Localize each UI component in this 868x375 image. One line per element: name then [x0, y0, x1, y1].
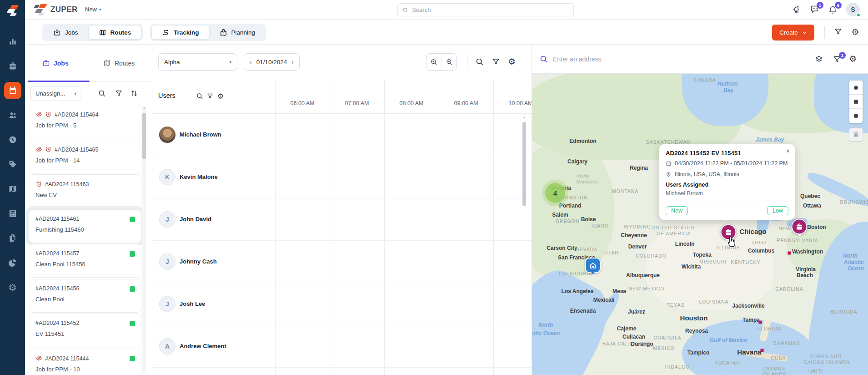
global-search[interactable]	[397, 3, 574, 16]
tab-jobs[interactable]: Jobs	[43, 25, 88, 40]
scroll-up-arrow-icon[interactable]: ▲	[142, 106, 146, 110]
jobs-panel-tab-routes[interactable]: Routes	[103, 59, 135, 67]
sidebar-item-locations[interactable]	[4, 180, 21, 198]
sidebar-item-jobs[interactable]	[4, 57, 21, 75]
sidebar-item-documents[interactable]	[4, 229, 21, 247]
priority-badge: Low	[767, 206, 788, 215]
chat-button[interactable]: 1	[810, 5, 820, 15]
map-label: Houston	[680, 314, 708, 322]
calculator-icon	[8, 209, 17, 218]
sidebar-item-settings[interactable]: ⚙	[4, 279, 21, 296]
sidebar-item-dispatch-board[interactable]	[4, 82, 21, 99]
job-card[interactable]: #AD2024 115456Clean Pool	[29, 279, 141, 313]
job-card[interactable]: #AD2024 115452EV 115451	[29, 314, 141, 347]
tab-routes[interactable]: Routes	[88, 25, 142, 40]
tab-tracking[interactable]: Tracking	[151, 25, 210, 40]
gear-icon: ⚙	[217, 92, 224, 100]
draw-circle-button[interactable]	[849, 109, 863, 123]
sidebar-item-timesheets[interactable]	[4, 131, 21, 148]
job-card[interactable]: #AD2024 115461Furnishing 115460	[29, 209, 141, 243]
announcements-button[interactable]	[792, 5, 802, 15]
map-filter-button[interactable]: 1	[833, 55, 843, 65]
workspace-switcher[interactable]: New ▾	[85, 6, 101, 13]
job-marker[interactable]	[792, 219, 808, 235]
map-cluster-marker[interactable]: 4	[545, 183, 565, 203]
job-card[interactable]: #AD2024 115465Job for PPM - 14	[29, 140, 141, 173]
sidebar-item-reports[interactable]	[4, 254, 21, 271]
user-avatar: J	[159, 296, 176, 312]
clock-icon	[8, 135, 17, 144]
sidebar-item-invoicing[interactable]	[4, 205, 21, 222]
home-marker[interactable]	[585, 258, 601, 273]
assignment-filter-select[interactable]: Unassign... ▾	[30, 86, 81, 101]
jobs-search-button[interactable]	[98, 89, 107, 98]
job-card[interactable]: #AD2024 115457Clean Pool 115456	[29, 244, 141, 278]
online-status-dot	[856, 13, 861, 17]
jobs-filter-button[interactable]	[115, 89, 124, 98]
user-schedule-row[interactable]: AAndrew Clement	[152, 325, 532, 368]
map-layers-button[interactable]	[814, 55, 824, 65]
scheduler-scrollbar-thumb[interactable]	[522, 122, 526, 206]
user-schedule-row[interactable]: KKevin Malone	[152, 156, 532, 198]
sidebar-item-analytics[interactable]	[4, 33, 21, 50]
scheduler-filter-button[interactable]	[492, 57, 502, 67]
zuper-logo-icon	[34, 4, 47, 15]
delete-shape-button[interactable]	[849, 127, 863, 142]
visibility-off-icon	[35, 355, 42, 362]
filter-button[interactable]	[834, 27, 844, 37]
sidebar-item-teams[interactable]	[4, 106, 21, 124]
alarm-icon	[45, 111, 52, 118]
popup-close-icon[interactable]: ×	[786, 147, 790, 155]
route-icon	[162, 29, 170, 36]
tab-planning[interactable]: Planning	[210, 25, 266, 40]
location-pin-icon	[666, 172, 672, 177]
map-canvas[interactable]: CANADAHudsonBayJames BaySASKATCHEWANEdmo…	[532, 74, 868, 375]
users-settings-button[interactable]: ⚙	[217, 92, 226, 101]
jobs-panel-tab-jobs[interactable]: Jobs	[42, 59, 69, 67]
draw-rectangle-button[interactable]	[849, 95, 863, 109]
job-card[interactable]: #AD2024 115464Job for PPM - 5	[29, 105, 141, 138]
job-id: #AD2024 115456	[35, 285, 79, 292]
jobs-sort-button[interactable]	[130, 89, 139, 98]
team-filter-select[interactable]: Alpha ▾	[158, 53, 237, 71]
circle-icon	[853, 113, 859, 119]
map-settings-button[interactable]: ⚙	[849, 55, 859, 65]
zoom-in-button[interactable]	[426, 54, 442, 70]
job-marker[interactable]	[721, 224, 737, 240]
scheduler-settings-button[interactable]: ⚙	[508, 57, 518, 67]
map-icon	[103, 59, 111, 67]
user-schedule-row[interactable]: JJosh Lee	[152, 283, 532, 325]
job-id: #AD2024 115461	[35, 216, 79, 222]
prev-day-button[interactable]: ‹	[250, 59, 252, 65]
map-panel: 1 ⚙ CANADAHudsonBayJame	[532, 45, 868, 375]
user-schedule-row[interactable]: JJohn David	[152, 198, 532, 241]
users-search-button[interactable]	[196, 92, 204, 101]
map-filter-badge: 1	[839, 52, 846, 59]
map-label: Juárez	[628, 309, 645, 315]
scheduler-search-button[interactable]	[475, 57, 485, 67]
jobs-scrollbar-thumb[interactable]	[142, 113, 146, 159]
next-day-button[interactable]: ›	[291, 59, 294, 65]
divider	[824, 26, 825, 39]
job-card[interactable]: #AD2024 115463New EV	[29, 174, 141, 208]
zoom-out-button[interactable]	[442, 54, 457, 70]
user-name: John David	[180, 216, 211, 223]
create-button[interactable]: Create	[772, 25, 814, 41]
sidebar-item-tags[interactable]	[4, 156, 21, 173]
user-schedule-row[interactable]: JJohnny Cash	[152, 241, 532, 283]
user-avatar[interactable]: S	[846, 3, 860, 16]
job-card[interactable]: #AD2024 115444Job for PPM - 10	[29, 349, 141, 375]
global-search-input[interactable]	[412, 6, 569, 13]
calendar-icon	[8, 86, 17, 95]
brand[interactable]: ZUPER	[34, 4, 78, 15]
settings-button[interactable]: ⚙	[850, 27, 860, 37]
zuper-logo-icon[interactable]	[6, 4, 20, 16]
scroll-up-arrow-icon[interactable]: ▲	[522, 116, 526, 119]
notifications-button[interactable]: 6	[828, 5, 838, 15]
user-schedule-row[interactable]: Michael Brown	[152, 114, 532, 156]
map-address-input[interactable]	[553, 52, 735, 66]
visibility-off-icon	[35, 111, 42, 118]
users-filter-button[interactable]	[206, 92, 215, 101]
date-navigator: ‹ 01/10/2024 ›	[244, 53, 300, 71]
draw-polygon-button[interactable]	[849, 81, 863, 95]
